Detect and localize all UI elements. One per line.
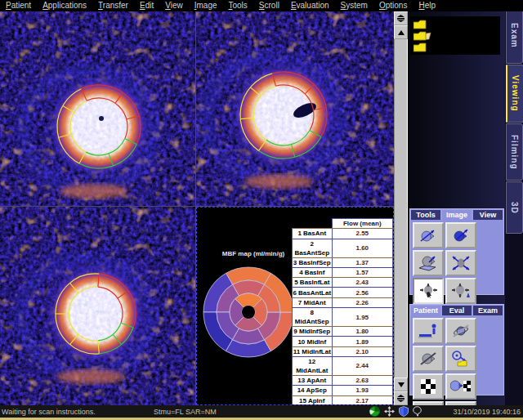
table-row: 7 MidAnt2.26: [293, 297, 393, 307]
image-viewport-area: MBF map (ml/min/g) Flow (mean)1 BasAnt2.…: [0, 11, 394, 405]
segment-label: 9 MidInfSep: [293, 327, 333, 337]
segment-flow-value: 1.95: [332, 308, 393, 327]
workflow-tab-viewing[interactable]: Viewing: [506, 65, 523, 123]
menu-item-image[interactable]: Image: [189, 0, 223, 11]
flow-column-header: Flow (mean): [332, 219, 393, 229]
menu-item-view[interactable]: View: [159, 0, 189, 11]
perfusion-image-mid: [196, 11, 394, 206]
menu-item-patient[interactable]: Patient: [0, 0, 37, 11]
menu-item-edit[interactable]: Edit: [134, 0, 159, 11]
layout-grid-button[interactable]: [413, 373, 444, 400]
scroll-up-button[interactable]: [394, 25, 408, 39]
viewport-basal-slice[interactable]: [0, 11, 196, 207]
table-row: 6 BasAntLat2.56: [293, 288, 393, 297]
task-button-grid: [410, 315, 503, 420]
close-patient-button[interactable]: [445, 318, 476, 344]
end-exam-button[interactable]: [413, 346, 444, 372]
task-tab-eval[interactable]: Eval: [441, 305, 472, 315]
task-tab-patient[interactable]: Patient: [410, 305, 441, 315]
security-shield-icon: [399, 406, 409, 417]
menu-item-evaluation[interactable]: Evaluation: [285, 0, 335, 11]
table-row: 4 BasInf1.57: [293, 267, 393, 277]
bullseye-title: MBF map (ml/min/g): [208, 250, 298, 257]
folder-icon[interactable]: [413, 20, 427, 29]
pan-image-button[interactable]: [413, 278, 444, 304]
page-stack-icon: [397, 15, 405, 22]
rotate-head-icon: [450, 227, 472, 244]
segment-flow-value: 1.80: [332, 327, 393, 337]
segment-flow-value: 1.60: [332, 239, 393, 257]
workflow-tab-label: Exam: [510, 23, 519, 48]
menu-item-transfer[interactable]: Transfer: [92, 0, 134, 11]
segment-label: 10 MidInf: [293, 337, 333, 346]
segment-label: 6 BasAntLat: [293, 288, 333, 297]
workflow-tab-filming[interactable]: Filming: [506, 123, 523, 181]
patient-registration-icon: [418, 323, 439, 339]
tool-tab-tools[interactable]: Tools: [410, 209, 441, 220]
flip-head-icon: [418, 227, 439, 244]
scrollbar-thumb[interactable]: [394, 39, 408, 378]
scroll-down-button[interactable]: [394, 378, 408, 391]
load-to-segment-button[interactable]: [445, 373, 476, 400]
segment-flow-value: 2.63: [332, 375, 393, 385]
tool-tab-view[interactable]: View: [472, 209, 503, 220]
status-datetime: 31/10/2019 19:40:16: [453, 408, 521, 416]
segment-flow-value: 2.44: [332, 356, 393, 375]
workflow-tab-exam[interactable]: Exam: [506, 7, 523, 64]
page-last-button[interactable]: [394, 391, 408, 405]
zoom-image-button[interactable]: [445, 250, 476, 276]
help-balloon-icon: [413, 406, 422, 417]
menu-item-tools[interactable]: Tools: [223, 0, 253, 11]
disk-usage-pie-icon: [369, 406, 380, 417]
segment-flow-value: 1.37: [332, 257, 393, 267]
segment-label: 2 BasAntSep: [293, 239, 333, 257]
segment-flow-value: 1.93: [332, 386, 393, 395]
rotate-head-button[interactable]: [445, 222, 476, 248]
segment-label: 15 ApInf: [293, 395, 333, 405]
image-stack-scrollbar[interactable]: [394, 11, 408, 405]
register-patient-button[interactable]: [413, 318, 444, 344]
viewport-mid-slice[interactable]: [196, 11, 394, 207]
table-corner: [293, 219, 333, 229]
segment-flow-value: 2.55: [332, 229, 393, 239]
menu-item-system[interactable]: System: [335, 0, 373, 11]
status-bar: Waiting for scan instructions. Stmu=FL S…: [0, 405, 523, 418]
workflow-tab-label: Filming: [510, 135, 519, 170]
image-tools-panel: ToolsImageView auto: [409, 208, 504, 295]
folder-icon[interactable]: [413, 42, 427, 52]
status-message: Waiting for scan instructions.: [2, 408, 96, 416]
tool-tab-image[interactable]: Image: [441, 209, 472, 220]
atom-crossed-icon: [450, 323, 472, 339]
page-stack-icon: [397, 395, 405, 402]
flip-head-button[interactable]: [413, 222, 444, 248]
menu-item-scroll[interactable]: Scroll: [253, 0, 285, 11]
table-move-icon: [384, 406, 395, 417]
arrow-down-icon: [398, 382, 405, 387]
flow-results-table: Flow (mean)1 BasAnt2.552 BasAntSep1.603 …: [292, 218, 393, 405]
workflow-tab-3d[interactable]: 3D: [506, 181, 523, 234]
task-tab-exam[interactable]: Exam: [472, 305, 503, 315]
load-series-button[interactable]: [445, 346, 476, 372]
segment-label: 3 BasInfSep: [293, 257, 333, 267]
menu-item-help[interactable]: Help: [413, 0, 441, 11]
arrow-up-icon: [398, 30, 405, 35]
table-row: 1 BasAnt2.55: [293, 229, 393, 239]
tile-layout-icon: [418, 378, 439, 395]
viewport-mbf-results[interactable]: MBF map (ml/min/g) Flow (mean)1 BasAnt2.…: [196, 207, 394, 405]
recline-head-button[interactable]: [413, 250, 444, 276]
scroll-image-button[interactable]: [445, 278, 476, 304]
viewport-apical-slice[interactable]: [0, 207, 196, 405]
recline-head-icon: [418, 255, 439, 271]
segment-label: 14 ApSep: [293, 386, 333, 395]
segment-label: 13 ApAnt: [293, 375, 333, 385]
segment-flow-value: 2.43: [332, 278, 393, 288]
open-folder-icon[interactable]: [413, 31, 431, 41]
series-navigator[interactable]: [410, 16, 500, 55]
bullseye-polar-map: [199, 263, 297, 363]
menu-item-options[interactable]: Options: [373, 0, 413, 11]
task-panel-tabs: PatientEvalExam: [410, 305, 503, 315]
system-status: Stmu=FL SAR=NM: [154, 408, 217, 416]
menu-item-applications[interactable]: Applications: [37, 0, 92, 11]
page-first-button[interactable]: [394, 11, 408, 25]
segment-flow-value: 2.56: [332, 288, 393, 297]
